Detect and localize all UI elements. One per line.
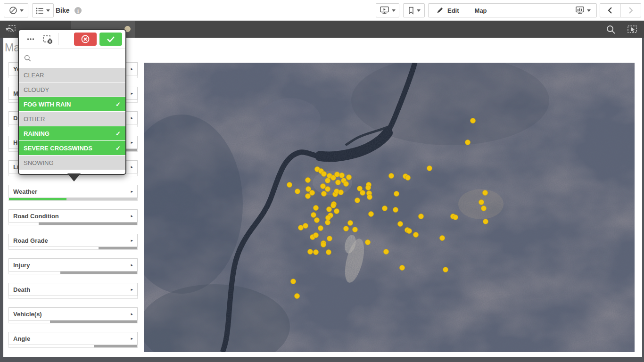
filter-item-angle: Angle▸ [8, 332, 138, 348]
accident-dot[interactable] [336, 180, 341, 185]
storytelling-button[interactable] [376, 3, 399, 17]
selections-tool-button[interactable] [627, 25, 638, 36]
accident-dot[interactable] [382, 206, 388, 211]
value-row-cloudy[interactable]: CLOUDY [19, 82, 125, 97]
accident-dot[interactable] [440, 236, 445, 241]
accident-dot[interactable] [407, 229, 412, 234]
confirm-selection-button[interactable] [99, 33, 122, 46]
accident-dot[interactable] [394, 191, 399, 197]
value-row-other[interactable]: OTHER [19, 112, 125, 126]
value-row-clear[interactable]: CLEAR [19, 68, 125, 82]
clear-selection-button[interactable] [39, 34, 56, 44]
accident-dot[interactable] [344, 226, 349, 231]
accident-dot[interactable] [327, 207, 332, 212]
accident-dot[interactable] [303, 223, 308, 229]
filter-box-injury[interactable]: Injury▸ [8, 258, 138, 272]
filter-box-vehicle-s[interactable]: Vehicle(s)▸ [8, 307, 138, 321]
value-row-raining[interactable]: RAINING✓ [19, 126, 125, 140]
accident-dot[interactable] [389, 173, 394, 179]
accident-dot[interactable] [291, 279, 296, 284]
filter-box-death[interactable]: Death▸ [8, 283, 138, 296]
accident-dot[interactable] [298, 225, 304, 230]
value-row-severe-crosswinds[interactable]: SEVERE CROSSWINDS✓ [19, 141, 125, 155]
filter-box-road-grade[interactable]: Road Grade▸ [8, 234, 138, 247]
accident-dot[interactable] [400, 265, 405, 271]
accident-dot[interactable] [321, 184, 326, 189]
accident-dot[interactable] [366, 185, 371, 190]
accident-dot[interactable] [367, 195, 372, 200]
accident-dot[interactable] [311, 213, 316, 218]
smart-search-button[interactable] [606, 25, 616, 36]
filter-box-angle[interactable]: Angle▸ [8, 332, 138, 345]
navigation-menu-button[interactable] [4, 3, 28, 17]
accident-dot[interactable] [308, 249, 313, 255]
accident-dot[interactable] [348, 221, 353, 226]
filter-item-vehicle-s: Vehicle(s)▸ [8, 307, 138, 323]
cancel-selection-button[interactable] [74, 33, 97, 46]
accident-dot[interactable] [326, 215, 331, 221]
accident-dot[interactable] [483, 219, 488, 224]
accident-dot[interactable] [398, 222, 403, 227]
accident-dot[interactable] [481, 206, 487, 211]
accident-dot[interactable] [483, 190, 488, 196]
filter-box-road-condition[interactable]: Road Condition▸ [8, 209, 138, 222]
accident-dot[interactable] [453, 215, 458, 220]
accident-dot[interactable] [369, 212, 374, 217]
accident-dot[interactable] [325, 187, 330, 192]
step-back-button[interactable] [5, 24, 17, 36]
accident-dot[interactable] [305, 178, 311, 183]
accident-dot[interactable] [355, 198, 360, 203]
bookmarks-button[interactable] [403, 3, 425, 17]
accident-dot[interactable] [339, 173, 345, 178]
edit-button[interactable]: Edit [429, 7, 467, 14]
filter-box-weather[interactable]: Weather▸ [8, 185, 138, 198]
previous-sheet-button[interactable] [600, 4, 621, 17]
accident-dot[interactable] [419, 214, 424, 219]
next-sheet-button[interactable] [621, 4, 641, 17]
accident-dot[interactable] [427, 166, 432, 171]
app-options-button[interactable] [32, 3, 54, 17]
accident-dot[interactable] [339, 190, 344, 195]
accident-dot[interactable] [344, 181, 349, 187]
value-row-fog-with-rain[interactable]: FOG WITH RAIN✓ [19, 97, 125, 111]
info-icon[interactable]: i [74, 7, 82, 14]
accident-dot[interactable] [353, 227, 358, 232]
accident-dot[interactable] [405, 175, 411, 181]
accident-dot[interactable] [471, 118, 476, 123]
accident-dot[interactable] [365, 240, 371, 245]
accident-dot[interactable] [443, 267, 448, 272]
value-row-snowing[interactable]: SNOWING [19, 156, 125, 170]
accident-dot[interactable] [413, 232, 419, 238]
accident-dot[interactable] [295, 189, 300, 194]
accident-dot[interactable] [384, 249, 389, 255]
sheet-navigator-button[interactable] [569, 6, 596, 15]
accident-dot[interactable] [331, 203, 336, 208]
accident-dot[interactable] [334, 209, 339, 214]
accident-dot[interactable] [318, 226, 323, 231]
accident-dot[interactable] [305, 194, 311, 199]
more-options-button[interactable] [22, 38, 39, 41]
accident-dot[interactable] [322, 191, 327, 197]
accident-dot[interactable] [321, 242, 326, 247]
value-search-input[interactable] [35, 54, 120, 62]
accident-dot[interactable] [393, 207, 398, 213]
accident-dot[interactable] [360, 190, 365, 196]
accident-dot[interactable] [314, 206, 319, 211]
accident-dot[interactable] [325, 220, 330, 225]
accident-dot[interactable] [310, 190, 315, 196]
accident-dot[interactable] [325, 178, 330, 183]
accident-dot[interactable] [326, 250, 331, 255]
accident-dot[interactable] [335, 172, 340, 177]
accident-dot[interactable] [314, 218, 320, 223]
map-chart[interactable] [144, 63, 635, 352]
accident-dot[interactable] [327, 236, 332, 241]
accident-dot[interactable] [465, 140, 471, 145]
accident-dot[interactable] [314, 250, 319, 255]
accident-dot[interactable] [322, 172, 327, 177]
accident-dot[interactable] [314, 233, 319, 238]
pencil-icon [436, 7, 444, 14]
accident-dot[interactable] [479, 200, 484, 205]
accident-dot[interactable] [287, 182, 292, 188]
accident-dot[interactable] [295, 294, 300, 299]
accident-dot[interactable] [347, 175, 352, 180]
